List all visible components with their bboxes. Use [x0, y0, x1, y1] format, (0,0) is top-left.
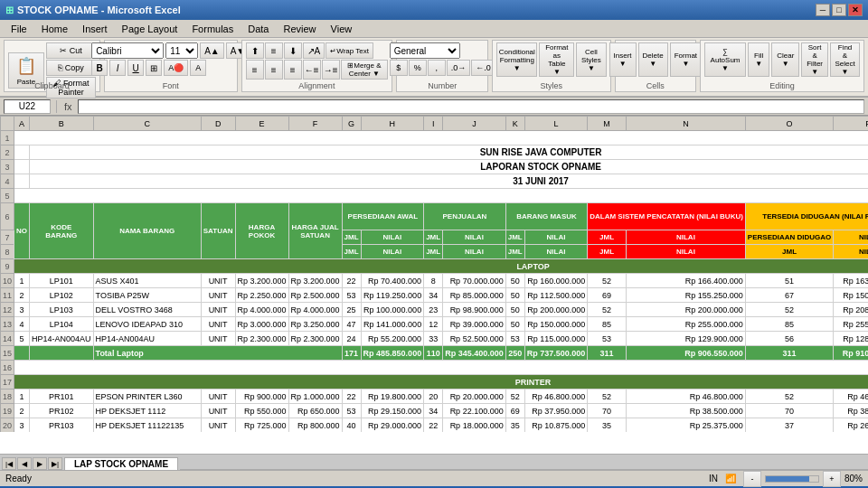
orientation-button[interactable]: ↗A — [303, 42, 326, 59]
menu-review[interactable]: Review — [276, 22, 323, 36]
cell: 25 — [342, 303, 361, 317]
cell: 51 — [745, 274, 833, 288]
cell: 23 — [424, 303, 443, 317]
currency-button[interactable]: $ — [390, 60, 408, 76]
italic-button[interactable]: I — [109, 60, 126, 76]
align-center-button[interactable]: ≡ — [265, 60, 283, 80]
cell: Rp 19.800.000 — [361, 389, 424, 404]
cell: Rp 46.800.000 — [524, 389, 588, 404]
cut-button[interactable]: ✂ Cut — [46, 42, 96, 59]
cell: UNIT — [201, 317, 235, 332]
in-label: IN — [709, 474, 718, 483]
align-bottom-button[interactable]: ⬇ — [284, 42, 302, 59]
table-row: 5 — [1, 189, 869, 203]
menu-bar: File Home Insert Page Layout Formulas Da… — [0, 20, 868, 38]
cell: Rp 2.300.000 — [288, 332, 342, 346]
table-row: 6 NO KODEBARANG NAMA BARANG SATUAN HARGA… — [1, 203, 869, 230]
formula-bar: U22 fx — [0, 98, 868, 116]
clear-button[interactable]: Clear ▼ — [771, 42, 799, 77]
copy-button[interactable]: ⎘ Copy — [46, 60, 96, 76]
table-row: 20 3 PR103 HP DEKSJET 11122135 UNIT Rp 7… — [1, 418, 869, 433]
font-color-button[interactable]: A — [190, 60, 206, 76]
cell: Rp 129.900.000 — [627, 332, 746, 346]
menu-page-layout[interactable]: Page Layout — [115, 22, 185, 36]
fill-color-button[interactable]: A🔴 — [164, 60, 188, 76]
cell: UNIT — [201, 418, 235, 433]
bm-jml-header: JML — [505, 230, 524, 245]
cell: UNIT — [201, 332, 235, 346]
cell: Rp 29.000.000 — [361, 418, 424, 433]
format-as-table-button[interactable]: Formatas Table ▼ — [539, 42, 574, 77]
data-table: A B C D E F G H I J K L M N O — [0, 116, 868, 432]
number-format-select[interactable]: General — [390, 42, 460, 59]
cell: DELL VOSTRO 3468 — [93, 303, 201, 317]
cell: Rp 255.000.000 — [627, 317, 746, 332]
penj-val-header: NILAI — [443, 230, 506, 245]
align-left-button[interactable]: ≡ — [246, 60, 264, 80]
format-cells-button[interactable]: Format▼ — [670, 42, 702, 77]
menu-home[interactable]: Home — [34, 22, 75, 36]
minimize-button[interactable]: ─ — [816, 4, 830, 16]
increase-decimal-button[interactable]: .0→ — [447, 60, 471, 76]
ribbon-font-group: Calibri 11 A▲ A▼ B I U ⊞ A🔴 A Font — [104, 40, 238, 92]
table-row: 1 — [1, 131, 869, 145]
cell: 250 — [505, 346, 524, 361]
sheet-tab-lap-stock-opname[interactable]: LAP STOCK OPNAME — [64, 457, 178, 470]
font-family-select[interactable]: Calibri — [91, 42, 164, 59]
increase-font-button[interactable]: A▲ — [200, 42, 224, 59]
signal-icon: 📶 — [725, 474, 736, 483]
border-button[interactable]: ⊞ — [146, 60, 162, 76]
cell: Rp 550.000 — [235, 404, 288, 418]
fill-button[interactable]: Fill ▼ — [748, 42, 769, 77]
underline-button[interactable]: U — [127, 60, 144, 76]
cell: Rp 55.200.000 — [361, 332, 424, 346]
cell: 53 — [342, 288, 361, 303]
merge-center-button[interactable]: ⊞Merge & Center ▼ — [341, 60, 389, 80]
cell: Rp 725.000 — [235, 418, 288, 433]
percent-button[interactable]: % — [409, 60, 427, 76]
sheet-nav-next[interactable]: ▶ — [33, 457, 47, 470]
menu-formulas[interactable]: Formulas — [184, 22, 241, 36]
bold-button[interactable]: B — [91, 60, 108, 76]
zoom-slider[interactable] — [765, 475, 819, 483]
zoom-out-button[interactable]: - — [743, 471, 761, 487]
menu-data[interactable]: Data — [241, 22, 276, 36]
cell: Rp 4.000.000 — [288, 303, 342, 317]
nama-header: NAMA BARANG — [93, 203, 201, 259]
menu-insert[interactable]: Insert — [75, 22, 115, 36]
align-middle-button[interactable]: ≡ — [265, 42, 283, 59]
cell-styles-button[interactable]: CellStyles ▼ — [576, 42, 606, 77]
maximize-button[interactable]: □ — [832, 4, 846, 16]
table-row: 4 31 JUNI 2017 — [1, 174, 869, 189]
align-right-button[interactable]: ≡ — [284, 60, 302, 80]
find-select-button[interactable]: Find &Select ▼ — [830, 42, 860, 77]
insert-cells-button[interactable]: Insert▼ — [609, 42, 637, 77]
formula-input[interactable] — [78, 99, 864, 114]
close-button[interactable]: ✕ — [848, 4, 863, 16]
menu-file[interactable]: File — [4, 22, 34, 36]
col-b: B — [30, 117, 94, 131]
sort-filter-button[interactable]: Sort &Filter ▼ — [801, 42, 828, 77]
bm-val-header: NILAI — [524, 230, 588, 245]
sheet-nav-last[interactable]: ▶| — [48, 457, 62, 470]
autosum-button[interactable]: ∑ AutoSum ▼ — [704, 42, 746, 77]
delete-cells-button[interactable]: Delete▼ — [638, 42, 668, 77]
cell: 52 — [745, 303, 833, 317]
font-size-select[interactable]: 11 — [165, 42, 198, 59]
menu-view[interactable]: View — [324, 22, 360, 36]
indent-decrease-button[interactable]: ←≡ — [303, 60, 321, 80]
sheet-nav-first[interactable]: |◀ — [2, 457, 16, 470]
cell: LP101 — [30, 274, 94, 288]
wrap-text-button[interactable]: ↵Wrap Text — [326, 42, 373, 59]
indent-increase-button[interactable]: →≡ — [322, 60, 340, 80]
sheet-nav-prev[interactable]: ◀ — [17, 457, 32, 470]
cell: 50 — [505, 303, 524, 317]
table-row: 12 3 LP103 DELL VOSTRO 3468 UNIT Rp 4.00… — [1, 303, 869, 317]
laptop-category: LAPTOP — [14, 259, 868, 274]
align-top-button[interactable]: ⬆ — [246, 42, 264, 59]
comma-button[interactable]: , — [428, 60, 446, 76]
zoom-in-button[interactable]: + — [823, 471, 841, 487]
spreadsheet-grid[interactable]: A B C D E F G H I J K L M N O — [0, 116, 868, 432]
conditional-formatting-button[interactable]: ConditionalFormatting ▼ — [496, 42, 537, 77]
ribbon-alignment-group: ⬆ ≡ ⬇ ↗A ↵Wrap Text ≡ ≡ ≡ ←≡ →≡ ⊞Merge &… — [241, 40, 393, 92]
